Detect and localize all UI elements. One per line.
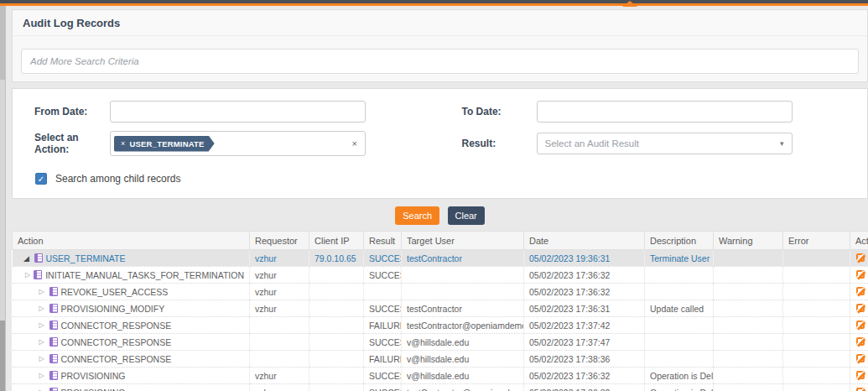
child-records-label: Search among child records xyxy=(55,173,180,185)
column-header-description[interactable]: Description xyxy=(645,232,714,250)
requestor-cell: vzhur xyxy=(250,368,309,384)
error-cell xyxy=(783,300,850,317)
description-cell xyxy=(645,317,714,334)
table-row[interactable]: ▷ PROVISIONING vzhur SUCCESS testContrac… xyxy=(13,384,868,391)
audit-results-table: ActionRequestorClient IPResultTarget Use… xyxy=(12,231,868,391)
description-cell xyxy=(645,351,714,368)
clear-button[interactable]: Clear xyxy=(448,206,485,225)
tree-caret-icon[interactable]: ▷ xyxy=(38,354,46,364)
tree-indent xyxy=(18,375,34,376)
result-cell xyxy=(364,284,402,300)
tree-caret-icon[interactable]: ▷ xyxy=(38,287,46,297)
tree-caret-icon[interactable]: ▷ xyxy=(38,371,46,381)
date-cell: 05/02/2023 17:36:31 xyxy=(524,300,645,317)
date-cell: 05/02/2023 19:36:31 xyxy=(524,250,645,267)
table-row[interactable]: ◢ USER_TERMINATE vzhur 79.0.10.65 SUCCES… xyxy=(13,250,868,267)
requestor-cell: vzhur xyxy=(250,267,309,284)
tree-indent xyxy=(18,291,34,292)
edit-record-icon[interactable] xyxy=(856,388,865,391)
target-user-cell: testContractor xyxy=(402,300,524,317)
column-header-date[interactable]: Date xyxy=(524,232,645,250)
edit-record-icon[interactable] xyxy=(856,270,865,279)
tree-caret-icon[interactable]: ▷ xyxy=(25,270,30,280)
requestor-cell: vzhur xyxy=(250,300,309,317)
edit-record-icon[interactable] xyxy=(856,337,865,346)
table-row[interactable]: ▷ INITIATE_MANUAL_TASKS_FOR_TERMINATION … xyxy=(13,267,868,284)
tree-caret-icon[interactable]: ▷ xyxy=(38,321,46,331)
column-header-requestor[interactable]: Requestor xyxy=(250,232,309,250)
warning-cell xyxy=(714,284,783,300)
child-records-checkbox[interactable]: ✓ xyxy=(35,173,47,185)
audit-record-icon xyxy=(34,270,42,279)
from-date-input[interactable] xyxy=(110,101,366,123)
edit-record-icon[interactable] xyxy=(856,253,865,262)
column-header-error[interactable]: Error xyxy=(783,232,850,250)
to-date-input[interactable] xyxy=(537,101,793,123)
action-cell: USER_TERMINATE xyxy=(46,253,126,263)
target-user-cell: v@hillsdale.edu xyxy=(402,368,524,384)
table-row[interactable]: ▷ PROVISIONING vzhur SUCCESS v@hillsdale… xyxy=(13,368,868,384)
requestor-cell: vzhur xyxy=(250,284,309,300)
date-cell: 05/02/2023 17:37:47 xyxy=(524,334,645,351)
edit-record-icon[interactable] xyxy=(856,354,865,362)
tree-indent xyxy=(18,325,34,326)
table-row[interactable]: ▷ PROVISIONING_MODIFY vzhur SUCCESS test… xyxy=(13,300,868,317)
warning-cell xyxy=(714,368,783,384)
action-tag[interactable]: × USER_TERMINATE xyxy=(114,136,215,152)
warning-cell xyxy=(714,250,783,267)
edit-record-icon[interactable] xyxy=(856,371,865,379)
scrollbar-thumb[interactable] xyxy=(0,321,5,391)
audit-log-panel: Audit Log Records xyxy=(12,9,868,82)
result-cell: SUCCESS xyxy=(364,384,402,391)
action-cell: PROVISIONING_MODIFY xyxy=(61,304,165,314)
action-cell: PROVISIONING xyxy=(61,371,126,381)
to-date-label: To Date: xyxy=(440,106,537,117)
client-ip-cell: 79.0.10.65 xyxy=(309,250,364,267)
result-select-placeholder: Select an Audit Result xyxy=(545,138,640,149)
tree-caret-icon[interactable]: ▷ xyxy=(38,388,46,391)
from-date-label: From Date: xyxy=(13,106,110,117)
description-cell xyxy=(645,284,714,300)
clear-selection-icon[interactable]: × xyxy=(352,138,357,149)
action-tag-label: USER_TERMINATE xyxy=(129,139,204,149)
table-row[interactable]: ▷ REVOKE_USER_ACCESS vzhur 05/02/2023 17… xyxy=(13,284,868,300)
chevron-down-icon: ▾ xyxy=(780,139,784,148)
target-user-cell: testContractor@openiamdemo.com xyxy=(402,384,524,391)
client-ip-cell xyxy=(309,351,364,368)
error-cell xyxy=(783,267,850,284)
column-header-result[interactable]: Result xyxy=(364,232,402,250)
description-cell: Update called xyxy=(645,300,714,317)
edit-record-icon[interactable] xyxy=(856,304,865,312)
search-criteria-input[interactable] xyxy=(21,49,859,74)
result-select[interactable]: Select an Audit Result ▾ xyxy=(537,133,793,154)
edit-record-icon[interactable] xyxy=(856,287,865,295)
column-header-client-ip[interactable]: Client IP xyxy=(309,232,364,250)
tree-caret-icon[interactable]: ◢ xyxy=(23,253,31,263)
audit-record-icon xyxy=(49,321,58,330)
date-cell: 05/02/2023 17:36:32 xyxy=(524,368,645,384)
action-cell: REVOKE_USER_ACCESS xyxy=(61,287,169,297)
audit-record-icon xyxy=(49,337,58,347)
column-header-warning[interactable]: Warning xyxy=(714,232,783,250)
result-cell: FAILURE xyxy=(364,351,402,368)
table-row[interactable]: ▷ CONNECTOR_RESPONSE FAILURE testContrac… xyxy=(13,317,868,334)
tree-caret-icon[interactable]: ▷ xyxy=(38,337,46,347)
main-content: Audit Log Records From Date: Select an A… xyxy=(12,9,868,391)
column-header-action[interactable]: Action xyxy=(13,232,250,250)
form-actions: Search Clear xyxy=(12,206,868,225)
tag-remove-icon[interactable]: × xyxy=(121,139,125,148)
audit-record-icon xyxy=(49,388,58,391)
tree-caret-icon[interactable]: ▷ xyxy=(38,304,46,314)
edit-record-icon[interactable] xyxy=(856,321,865,329)
column-header-target-user[interactable]: Target User xyxy=(402,232,524,250)
column-header-actions[interactable]: Actions xyxy=(850,232,868,250)
action-multiselect[interactable]: × USER_TERMINATE × xyxy=(110,131,366,156)
warning-cell xyxy=(714,384,783,391)
action-cell: CONNECTOR_RESPONSE xyxy=(61,354,172,364)
date-cell: 05/02/2023 17:37:42 xyxy=(524,317,645,334)
search-button[interactable]: Search xyxy=(395,206,439,225)
table-row[interactable]: ▷ CONNECTOR_RESPONSE FAILURE v@hillsdale… xyxy=(13,351,868,368)
error-cell xyxy=(783,384,850,391)
table-row[interactable]: ▷ CONNECTOR_RESPONSE SUCCESS v@hillsdale… xyxy=(13,334,868,351)
window-scrollbar-gutter[interactable] xyxy=(0,6,6,391)
